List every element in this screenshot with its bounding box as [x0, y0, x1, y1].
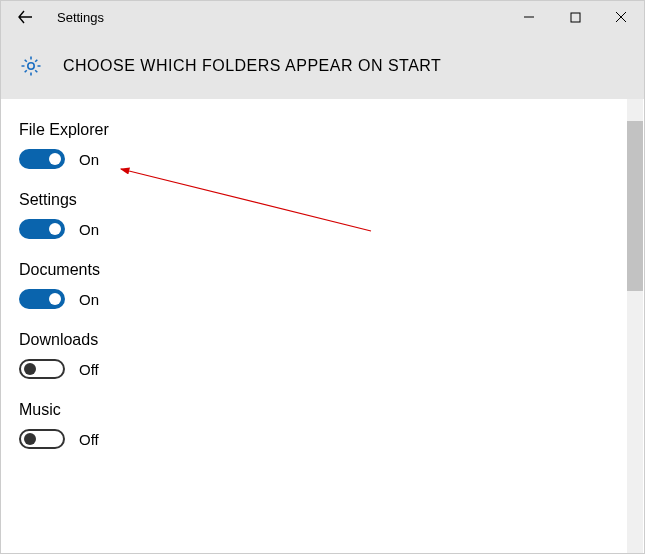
- toggle-downloads[interactable]: [19, 359, 65, 379]
- option-label: Downloads: [19, 331, 644, 349]
- toggle-state-text: On: [79, 151, 99, 168]
- toggle-row: On: [19, 289, 644, 309]
- toggle-state-text: On: [79, 291, 99, 308]
- back-arrow-icon: [16, 8, 34, 26]
- option-settings: Settings On: [19, 191, 644, 239]
- window-title: Settings: [57, 10, 104, 25]
- toggle-state-text: Off: [79, 431, 99, 448]
- close-button[interactable]: [598, 1, 644, 33]
- minimize-icon: [523, 11, 535, 23]
- content-area: File Explorer On Settings On Documents O…: [1, 99, 644, 554]
- toggle-state-text: On: [79, 221, 99, 238]
- option-label: File Explorer: [19, 121, 644, 139]
- toggle-documents[interactable]: [19, 289, 65, 309]
- page-title: CHOOSE WHICH FOLDERS APPEAR ON START: [63, 57, 441, 75]
- option-label: Documents: [19, 261, 644, 279]
- option-music: Music Off: [19, 401, 644, 449]
- option-downloads: Downloads Off: [19, 331, 644, 379]
- titlebar: Settings: [1, 1, 644, 33]
- gear-icon: [19, 54, 43, 78]
- option-label: Music: [19, 401, 644, 419]
- page-header: CHOOSE WHICH FOLDERS APPEAR ON START: [1, 33, 644, 99]
- toggle-row: On: [19, 219, 644, 239]
- window-controls: [506, 1, 644, 33]
- toggle-settings[interactable]: [19, 219, 65, 239]
- toggle-file-explorer[interactable]: [19, 149, 65, 169]
- toggle-music[interactable]: [19, 429, 65, 449]
- toggle-state-text: Off: [79, 361, 99, 378]
- svg-rect-0: [571, 13, 580, 22]
- maximize-button[interactable]: [552, 1, 598, 33]
- back-button[interactable]: [1, 1, 49, 33]
- svg-point-1: [28, 63, 34, 69]
- toggle-row: Off: [19, 429, 644, 449]
- option-file-explorer: File Explorer On: [19, 121, 644, 169]
- option-label: Settings: [19, 191, 644, 209]
- toggle-row: On: [19, 149, 644, 169]
- option-documents: Documents On: [19, 261, 644, 309]
- scrollbar-thumb[interactable]: [627, 121, 643, 291]
- minimize-button[interactable]: [506, 1, 552, 33]
- maximize-icon: [570, 12, 581, 23]
- toggle-row: Off: [19, 359, 644, 379]
- close-icon: [615, 11, 627, 23]
